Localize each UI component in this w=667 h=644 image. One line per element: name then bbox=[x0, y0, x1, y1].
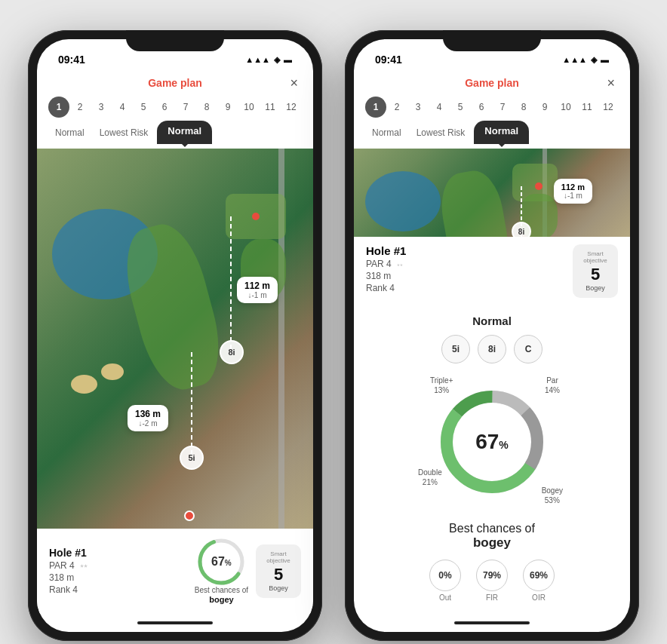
home-bar bbox=[137, 621, 213, 624]
home-indicator-right bbox=[354, 614, 630, 632]
dist-val-r: 112 m bbox=[561, 182, 585, 192]
stat-oir: 69% OIR bbox=[523, 560, 555, 602]
bunker-2 bbox=[101, 363, 124, 380]
wifi-icon: ◈ bbox=[274, 55, 280, 65]
hole-title: Hole #1 bbox=[49, 547, 187, 559]
label-double: Double21% bbox=[418, 468, 442, 487]
battery-icon: ▬ bbox=[284, 55, 292, 64]
hole-num-1[interactable]: 1 bbox=[48, 97, 69, 118]
hole-num-12[interactable]: 12 bbox=[281, 97, 302, 118]
hole-num-r-12[interactable]: 12 bbox=[598, 97, 619, 118]
hole-num-6[interactable]: 6 bbox=[154, 97, 175, 118]
bogey-label: Best chances of bogey bbox=[195, 586, 248, 605]
stat-oir-label: OIR bbox=[523, 593, 555, 602]
club-5i[interactable]: 5i bbox=[441, 335, 470, 363]
hole-rank: Rank 4 bbox=[49, 584, 187, 595]
left-screen: 09:41 ▲▲▲ ◈ ▬ Game plan × 1 2 3 4 5 6 bbox=[37, 39, 313, 632]
hole-num-r-8[interactable]: 8 bbox=[513, 97, 534, 118]
hole-numbers: 1 2 3 4 5 6 7 8 9 10 11 12 bbox=[37, 94, 313, 121]
hole-num-r-2[interactable]: 2 bbox=[386, 97, 407, 118]
distance-bubble-112: 112 m ↓-1 m bbox=[237, 277, 278, 303]
donut-sign: % bbox=[499, 439, 508, 451]
smart-num-r: 5 bbox=[579, 265, 612, 284]
tab-active[interactable]: Normal bbox=[157, 121, 212, 144]
bogey-circle: 67% bbox=[197, 538, 245, 586]
footer-stats: 0% Out 79% FIR 69% OIR bbox=[354, 554, 630, 614]
signal-icon-r: ▲▲▲ bbox=[562, 55, 587, 64]
hole-num-r-6[interactable]: 6 bbox=[471, 97, 492, 118]
hole-num-8[interactable]: 8 bbox=[196, 97, 217, 118]
hole-num-r-7[interactable]: 7 bbox=[492, 97, 513, 118]
donut-center: 67% bbox=[475, 430, 509, 454]
hole-num-11[interactable]: 11 bbox=[260, 97, 281, 118]
hole-num-10[interactable]: 10 bbox=[238, 97, 260, 118]
shot-circle-8i: 8i bbox=[220, 340, 244, 364]
hole-num-r-5[interactable]: 5 bbox=[450, 97, 471, 118]
smart-obj-label: Smartobjective bbox=[262, 550, 295, 565]
smart-obj-r: Smartobjective 5 Bogey bbox=[573, 244, 618, 298]
hole-num-4[interactable]: 4 bbox=[112, 97, 133, 118]
hole-num-3[interactable]: 3 bbox=[91, 97, 112, 118]
stat-out-label: Out bbox=[429, 593, 461, 602]
bottom-info: Hole #1 PAR 4 ⭑⭑ 318 m Rank 4 bbox=[37, 529, 313, 614]
close-button[interactable]: × bbox=[290, 75, 298, 91]
hole-info: Hole #1 PAR 4 ⭑⭑ 318 m Rank 4 bbox=[49, 547, 187, 595]
distance-112-elev: ↓-1 m bbox=[244, 291, 270, 299]
stat-oir-circle: 69% bbox=[523, 560, 555, 591]
shot-path-container-2 bbox=[165, 352, 218, 458]
right-screen: 09:41 ▲▲▲ ◈ ▬ Game plan × 1 2 3 4 5 6 bbox=[354, 39, 630, 632]
hole-num-r-4[interactable]: 4 bbox=[429, 97, 450, 118]
best-chances: Best chances of bogey bbox=[354, 516, 630, 554]
water-r bbox=[365, 171, 441, 232]
smart-objective: Smartobjective 5 Bogey bbox=[256, 544, 301, 598]
game-plan-title-right: Game plan bbox=[465, 77, 519, 89]
app-header-right: Game plan × bbox=[354, 72, 630, 94]
par-dots: ⭑⭑ bbox=[80, 560, 88, 571]
tab-active-r[interactable]: Normal bbox=[474, 121, 529, 144]
bogey-container: 67% Best chances of bogey bbox=[195, 538, 248, 605]
home-indicator bbox=[37, 614, 313, 632]
notch-right bbox=[443, 30, 541, 51]
right-map-bg: 8i 112 m ↓-1 m bbox=[354, 149, 630, 237]
stat-fir-circle: 79% bbox=[476, 560, 508, 591]
club-c[interactable]: C bbox=[514, 335, 543, 363]
hole-num-r-10[interactable]: 10 bbox=[555, 97, 576, 118]
hole-num-r-1[interactable]: 1 bbox=[365, 97, 386, 118]
club-8i[interactable]: 8i bbox=[478, 335, 506, 363]
smart-obj-type: Bogey bbox=[262, 584, 295, 592]
smart-label-r: Smartobjective bbox=[579, 250, 612, 265]
tab-normal[interactable]: Normal bbox=[49, 124, 91, 141]
close-button-right[interactable]: × bbox=[607, 75, 615, 91]
tee-marker bbox=[184, 511, 195, 521]
wifi-icon-r: ◈ bbox=[591, 55, 597, 65]
distance-bubble-136: 136 m ↓-2 m bbox=[128, 405, 168, 431]
distance-136-elev: ↓-2 m bbox=[135, 419, 161, 428]
hole-num-r-11[interactable]: 11 bbox=[576, 97, 598, 118]
hole-dist-r: 318 m bbox=[366, 271, 406, 281]
hole-detail-info: Hole #1 PAR 4 ⭑⭑ 318 m Rank 4 bbox=[366, 244, 406, 293]
hole-num-2[interactable]: 2 bbox=[69, 97, 91, 118]
tab-lowest-risk[interactable]: Lowest Risk bbox=[94, 124, 155, 141]
shot-8i-r: 8i bbox=[512, 222, 531, 237]
signal-icon: ▲▲▲ bbox=[245, 55, 270, 64]
right-map-area: 8i 112 m ↓-1 m bbox=[354, 149, 630, 237]
tab-lowest-risk-r[interactable]: Lowest Risk bbox=[410, 124, 472, 141]
hole-num-9[interactable]: 9 bbox=[217, 97, 238, 118]
status-time: 09:41 bbox=[58, 54, 85, 66]
stat-out: 0% Out bbox=[429, 560, 461, 602]
best-result: bogey bbox=[473, 535, 511, 550]
stats-title: Normal bbox=[369, 314, 615, 327]
hole-num-r-9[interactable]: 9 bbox=[534, 97, 555, 118]
status-icons-right: ▲▲▲ ◈ ▬ bbox=[562, 55, 609, 65]
hole-num-7[interactable]: 7 bbox=[175, 97, 196, 118]
app-header: Game plan × bbox=[37, 72, 313, 94]
par-dots-r: ⭑⭑ bbox=[397, 261, 403, 268]
strategy-tabs: Normal Lowest Risk Normal bbox=[37, 121, 313, 149]
smart-obj-num: 5 bbox=[262, 565, 295, 584]
hole-detail-header: Hole #1 PAR 4 ⭑⭑ 318 m Rank 4 Smartobjec… bbox=[354, 237, 630, 305]
tab-normal-r[interactable]: Normal bbox=[366, 124, 407, 141]
hole-num-r-3[interactable]: 3 bbox=[407, 97, 429, 118]
stats-section: Normal 5i 8i C bbox=[354, 305, 630, 516]
best-chances-label: Best chances of bbox=[449, 522, 535, 535]
hole-num-5[interactable]: 5 bbox=[133, 97, 154, 118]
